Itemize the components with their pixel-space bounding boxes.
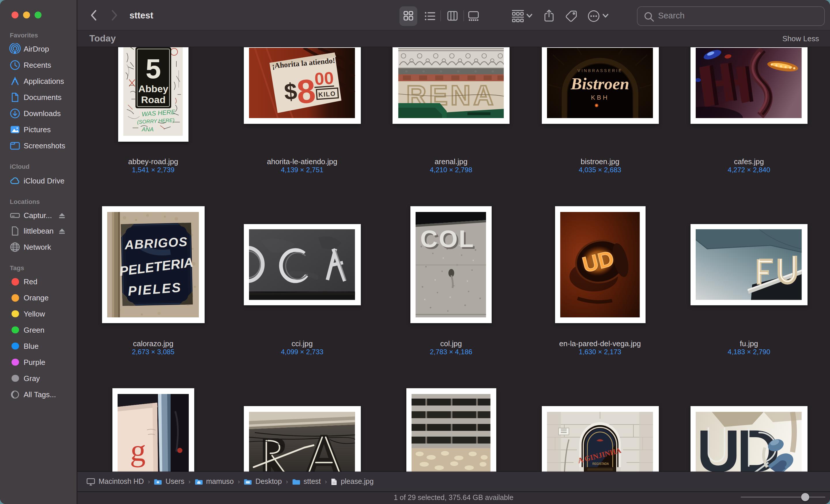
- svg-text:$: $: [284, 78, 298, 105]
- svg-text:g: g: [130, 433, 147, 468]
- svg-text:KILO: KILO: [318, 90, 336, 98]
- svg-text:5: 5: [146, 53, 161, 84]
- svg-text:8: 8: [296, 72, 317, 110]
- svg-text:Bistroen: Bistroen: [571, 74, 630, 93]
- svg-text:Road: Road: [141, 94, 166, 105]
- svg-text:COL: COL: [420, 225, 475, 252]
- svg-text:ANA: ANA: [141, 126, 154, 132]
- svg-text:VINBRASSERIE: VINBRASSERIE: [578, 68, 622, 73]
- svg-text:KBH: KBH: [591, 94, 609, 101]
- svg-text:REGISTADA: REGISTADA: [593, 462, 609, 465]
- svg-text:Abbey: Abbey: [138, 83, 168, 94]
